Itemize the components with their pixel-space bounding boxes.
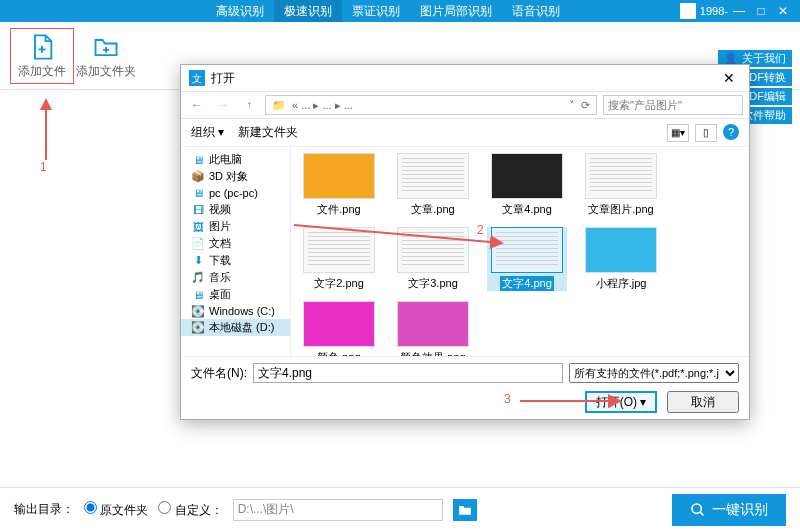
- svg-line-6: [700, 512, 703, 515]
- tree-node[interactable]: 💽Windows (C:): [181, 303, 290, 319]
- browse-folder-button[interactable]: [453, 499, 477, 521]
- radio-original[interactable]: 原文件夹: [84, 501, 148, 519]
- chevron-down-icon[interactable]: ˅: [569, 99, 575, 112]
- annotation-3: 3: [504, 392, 511, 406]
- maximize-button[interactable]: □: [750, 4, 772, 18]
- minimize-button[interactable]: —: [728, 4, 750, 18]
- pc-icon: 🖥: [191, 186, 205, 200]
- file-thumb[interactable]: 文字2.png: [299, 227, 379, 291]
- radio-custom[interactable]: 自定义：: [158, 501, 222, 519]
- annotation-arrow-1: [40, 95, 70, 165]
- image-icon: 🖼: [191, 220, 205, 234]
- file-thumb[interactable]: 颜色.png: [299, 301, 379, 356]
- breadcrumb-path[interactable]: 📁 « ... ▸ ... ▸ ... ˅ ⟳: [265, 95, 597, 115]
- file-thumb-label: 文字3.png: [408, 276, 458, 291]
- user-chip[interactable]: 1998-: [680, 3, 728, 19]
- file-thumb-label: 小程序.jpg: [596, 276, 647, 291]
- dialog-title: 打开: [211, 70, 235, 87]
- file-thumb[interactable]: 文字3.png: [393, 227, 473, 291]
- tree-node-label: 此电脑: [209, 152, 242, 167]
- download-icon: ⬇: [191, 254, 205, 268]
- file-thumb[interactable]: 文件.png: [299, 153, 379, 217]
- tab-fast[interactable]: 极速识别: [274, 0, 342, 23]
- pc-icon: 🖥: [191, 153, 205, 167]
- tree-node-label: 图片: [209, 219, 231, 234]
- top-tabs: 高级识别 极速识别 票证识别 图片局部识别 语音识别: [206, 0, 570, 23]
- view-mode-button[interactable]: ▦▾: [667, 124, 689, 142]
- file-grid[interactable]: 文件.png文章.png文章4.png文章图片.png文字2.png文字3.pn…: [291, 147, 749, 356]
- refresh-icon[interactable]: ⟳: [581, 99, 590, 112]
- tab-advanced[interactable]: 高级识别: [206, 0, 274, 23]
- file-thumb[interactable]: 颜色效果.png: [393, 301, 473, 356]
- tree-node-label: Windows (C:): [209, 305, 275, 317]
- open-button[interactable]: 打开(O) ▾: [585, 391, 657, 413]
- file-thumb-label: 文件.png: [317, 202, 360, 217]
- svg-text:文: 文: [192, 73, 202, 84]
- filename-label: 文件名(N):: [191, 365, 247, 382]
- tree-node-label: 下载: [209, 253, 231, 268]
- tab-voice[interactable]: 语音识别: [502, 0, 570, 23]
- tab-image-region[interactable]: 图片局部识别: [410, 0, 502, 23]
- tree-node-label: 桌面: [209, 287, 231, 302]
- file-thumb[interactable]: 文章.png: [393, 153, 473, 217]
- music-icon: 🎵: [191, 271, 205, 285]
- tree-node[interactable]: ⬇下载: [181, 252, 290, 269]
- tree-node[interactable]: 🎵音乐: [181, 269, 290, 286]
- radio-original-label: 原文件夹: [100, 503, 148, 517]
- file-thumb[interactable]: 文章图片.png: [581, 153, 661, 217]
- path-text: « ... ▸ ... ▸ ...: [292, 99, 353, 112]
- tree-node[interactable]: 🖥此电脑: [181, 151, 290, 168]
- tree-node[interactable]: 💽本地磁盘 (D:): [181, 319, 290, 336]
- folder-icon: 📁: [272, 99, 286, 112]
- tree-node[interactable]: 📦3D 对象: [181, 168, 290, 185]
- output-path-input[interactable]: [233, 499, 443, 521]
- avatar: [680, 3, 696, 19]
- user-label: 1998-: [700, 5, 728, 17]
- app-icon: 文: [189, 70, 205, 86]
- file-thumb-label: 文章.png: [411, 202, 454, 217]
- radio-custom-label: 自定义：: [175, 503, 223, 517]
- dialog-footer: 文件名(N): 所有支持的文件(*.pdf;*.png;*.j 打开(O) ▾ …: [181, 356, 749, 419]
- preview-pane-button[interactable]: ▯: [695, 124, 717, 142]
- dialog-navrow: ← → ↑ 📁 « ... ▸ ... ▸ ... ˅ ⟳: [181, 91, 749, 119]
- tree-node[interactable]: 🖼图片: [181, 218, 290, 235]
- file-thumb-label: 文字4.png: [500, 276, 554, 291]
- folder-tree[interactable]: 🖥此电脑📦3D 对象🖥pc (pc-pc)🎞视频🖼图片📄文档⬇下载🎵音乐🖥桌面💽…: [181, 147, 291, 356]
- file-thumb-label: 文章图片.png: [588, 202, 653, 217]
- svg-point-5: [692, 504, 701, 513]
- file-thumb[interactable]: 文章4.png: [487, 153, 567, 217]
- new-folder-button[interactable]: 新建文件夹: [238, 124, 298, 141]
- dialog-help-button[interactable]: ?: [723, 124, 739, 140]
- filename-input[interactable]: [253, 363, 563, 383]
- tree-node-label: pc (pc-pc): [209, 187, 258, 199]
- nav-up-button[interactable]: ↑: [239, 95, 259, 115]
- dialog-search-input[interactable]: [603, 95, 743, 115]
- close-button[interactable]: ✕: [772, 4, 794, 18]
- file-thumb[interactable]: 小程序.jpg: [581, 227, 661, 291]
- drive-icon: 💽: [191, 304, 205, 318]
- tree-node[interactable]: 🖥pc (pc-pc): [181, 185, 290, 201]
- output-label: 输出目录：: [14, 501, 74, 518]
- cancel-button[interactable]: 取消: [667, 391, 739, 413]
- add-folder-button[interactable]: 添加文件夹: [74, 28, 138, 84]
- organize-menu[interactable]: 组织 ▾: [191, 124, 224, 141]
- nav-forward-button[interactable]: →: [213, 95, 233, 115]
- file-thumb-label: 文章4.png: [502, 202, 552, 217]
- tree-node[interactable]: 🖥桌面: [181, 286, 290, 303]
- one-click-recognize-button[interactable]: 一键识别: [672, 494, 786, 526]
- file-thumb-label: 文字2.png: [314, 276, 364, 291]
- dialog-close-button[interactable]: ✕: [717, 70, 741, 86]
- tree-node-label: 文档: [209, 236, 231, 251]
- filetype-filter[interactable]: 所有支持的文件(*.pdf;*.png;*.j: [569, 363, 739, 383]
- tree-node-label: 本地磁盘 (D:): [209, 320, 274, 335]
- file-thumb[interactable]: 文字4.png: [487, 227, 567, 291]
- tab-ticket[interactable]: 票证识别: [342, 0, 410, 23]
- tree-node[interactable]: 🎞视频: [181, 201, 290, 218]
- add-file-button[interactable]: 添加文件: [10, 28, 74, 84]
- nav-back-button[interactable]: ←: [187, 95, 207, 115]
- doc-icon: 📄: [191, 237, 205, 251]
- desktop-icon: 🖥: [191, 288, 205, 302]
- tree-node[interactable]: 📄文档: [181, 235, 290, 252]
- app-titlebar: 高级识别 极速识别 票证识别 图片局部识别 语音识别 1998- — □ ✕: [0, 0, 800, 22]
- tree-node-label: 音乐: [209, 270, 231, 285]
